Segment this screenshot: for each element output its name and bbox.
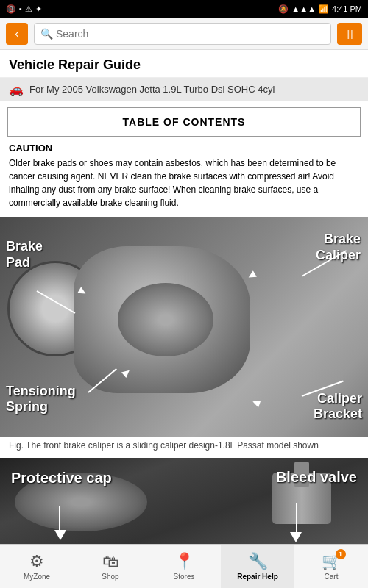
mute-icon: 🔕 (278, 4, 289, 14)
nav-stores[interactable]: 📍 Stores (147, 545, 221, 588)
signal-icon: ▲▲▲ (291, 4, 316, 13)
notification-icon: 📵 (6, 4, 16, 14)
content-area: CAUTION Older brake pads or shoes may co… (0, 143, 368, 209)
stores-icon: 📍 (174, 552, 194, 571)
time-display: 4:41 PM (332, 4, 362, 13)
nav-cart[interactable]: 🛒 1 Cart (294, 545, 368, 588)
cart-badge: 🛒 1 (322, 552, 342, 571)
search-icon: 🔍 (40, 28, 53, 40)
nav-myzone[interactable]: ⚙ MyZone (0, 545, 74, 588)
status-bar: 📵 ▪ ⚠ ✦ 🔕 ▲▲▲ 📶 4:41 PM (0, 0, 368, 18)
cart-count: 1 (336, 549, 346, 559)
bottom-nav: ⚙ MyZone 🛍 Shop 📍 Stores 🔧 Repair Help 🛒… (0, 544, 368, 588)
shop-icon: 🛍 (102, 552, 118, 571)
cart-label: Cart (325, 573, 339, 581)
warning-icon: ⚠ (25, 4, 32, 14)
tensioning-spring-label: TensioningSpring (6, 384, 76, 415)
page-title-bar: Vehicle Repair Guide (0, 50, 368, 78)
myzone-icon: ⚙ (29, 552, 44, 571)
repairhelp-label: Repair Help (237, 573, 278, 581)
caution-title: CAUTION (9, 143, 359, 154)
repairhelp-icon: 🔧 (248, 552, 268, 571)
back-button[interactable]: ‹ (6, 23, 28, 45)
shop-label: Shop (102, 573, 118, 581)
star-icon: ✦ (35, 4, 42, 14)
myzone-label: MyZone (24, 573, 50, 581)
stores-label: Stores (174, 573, 195, 581)
nav-shop[interactable]: 🛍 Shop (74, 545, 147, 588)
fig-caption-area: Fig. The front brake caliper is a slidin… (0, 440, 368, 451)
caliper-bracket-label: CaliperBracket (314, 391, 362, 423)
status-bar-left: 📵 ▪ ⚠ ✦ (6, 4, 42, 14)
fig-caption: Fig. The front brake caliper is a slidin… (9, 440, 359, 451)
status-bar-right: 🔕 ▲▲▲ 📶 4:41 PM (278, 4, 362, 14)
brake-diagram-2: Protective cap Bleed valve (0, 458, 368, 546)
caution-text: Older brake pads or shoes may contain as… (9, 157, 359, 209)
vehicle-info-bar: 🚗 For My 2005 Volkswagen Jetta 1.9L Turb… (0, 78, 368, 101)
toc-label: TABLE OF CONTENTS (123, 116, 246, 128)
page-title: Vehicle Repair Guide (9, 57, 359, 73)
wifi-icon: 📶 (319, 4, 329, 14)
bleed-valve-label: Bleed valve (276, 469, 357, 486)
bleed-valve-arrow-line (296, 503, 297, 532)
barcode-button[interactable]: ||| (337, 23, 362, 45)
search-bar: ‹ 🔍 ||| (0, 18, 368, 50)
brake-caliper-label: BrakeCaliper (316, 232, 361, 263)
search-input[interactable] (56, 28, 325, 40)
vehicle-icon: 🚗 (9, 82, 24, 96)
vehicle-info-text: For My 2005 Volkswagen Jetta 1.9L Turbo … (29, 84, 275, 95)
brake-pad-label: BrakePad (6, 239, 43, 270)
protective-cap-label: Protective cap (11, 469, 112, 487)
bleed-valve-arrow-head (290, 532, 302, 542)
toc-bar[interactable]: TABLE OF CONTENTS (7, 107, 361, 137)
search-input-wrap[interactable]: 🔍 (34, 23, 331, 45)
brake-diagram-1: BrakePad BrakeCaliper TensioningSpring C… (0, 217, 368, 437)
sim-icon: ▪ (19, 4, 22, 13)
nav-repairhelp[interactable]: 🔧 Repair Help (221, 545, 294, 588)
barcode-icon: ||| (347, 28, 352, 39)
